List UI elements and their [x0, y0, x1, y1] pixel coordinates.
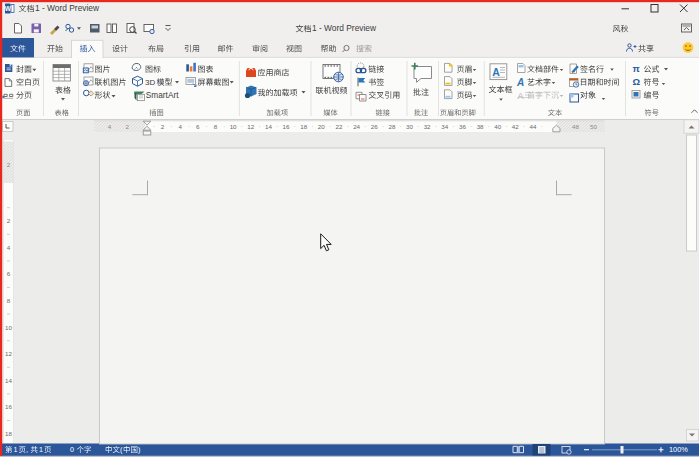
svg-text:24: 24: [353, 123, 360, 130]
svg-text:10: 10: [230, 123, 237, 130]
svg-text:28: 28: [388, 123, 395, 130]
svg-text:2: 2: [126, 123, 130, 130]
svg-text:W: W: [5, 5, 12, 12]
svg-text:50: 50: [590, 123, 597, 130]
svg-text:44: 44: [530, 123, 537, 130]
svg-text:2: 2: [7, 217, 11, 224]
svg-text:1 - Word Preview: 1 - Word Preview: [312, 23, 377, 33]
svg-text:Ω: Ω: [633, 76, 641, 87]
svg-text:22: 22: [335, 123, 342, 130]
svg-text:12: 12: [5, 350, 12, 357]
svg-text:38: 38: [477, 123, 484, 130]
svg-text:8: 8: [7, 297, 11, 304]
svg-text:6: 6: [7, 270, 11, 277]
svg-text:4: 4: [7, 244, 11, 251]
svg-text:2: 2: [7, 161, 11, 168]
svg-text:14: 14: [265, 123, 272, 130]
svg-text:π: π: [633, 63, 641, 74]
svg-text:1 - Word Preview: 1 - Word Preview: [35, 3, 100, 13]
svg-text:2: 2: [161, 123, 165, 130]
svg-text:A: A: [516, 77, 524, 88]
svg-text:16: 16: [5, 403, 12, 410]
svg-text:8: 8: [214, 123, 218, 130]
svg-text:1: 1: [14, 445, 18, 454]
svg-text:42: 42: [512, 123, 519, 130]
svg-text:0: 0: [70, 445, 74, 454]
svg-text:12: 12: [247, 123, 254, 130]
svg-text:36: 36: [459, 123, 466, 130]
svg-text:1: 1: [39, 445, 43, 454]
svg-text:14: 14: [5, 377, 12, 384]
svg-text:A: A: [492, 66, 500, 78]
svg-text:20: 20: [318, 123, 325, 130]
svg-text:4: 4: [108, 123, 112, 130]
svg-text:,: ,: [26, 445, 28, 454]
svg-text:18: 18: [5, 430, 12, 437]
svg-text:A: A: [518, 91, 524, 101]
svg-text:10: 10: [5, 324, 12, 331]
svg-text:40: 40: [494, 123, 501, 130]
svg-text:6: 6: [196, 123, 200, 130]
svg-text:26: 26: [371, 123, 378, 130]
svg-text:3D: 3D: [145, 78, 155, 87]
svg-text:16: 16: [283, 123, 290, 130]
svg-text:): ): [138, 445, 140, 454]
svg-text:SmartArt: SmartArt: [146, 90, 179, 100]
svg-text:48: 48: [572, 123, 579, 130]
svg-text:30: 30: [406, 123, 413, 130]
svg-text:100%: 100%: [669, 445, 688, 454]
svg-text:34: 34: [441, 123, 448, 130]
svg-text:18: 18: [300, 123, 307, 130]
svg-text:32: 32: [424, 123, 431, 130]
svg-text:4: 4: [178, 123, 182, 130]
